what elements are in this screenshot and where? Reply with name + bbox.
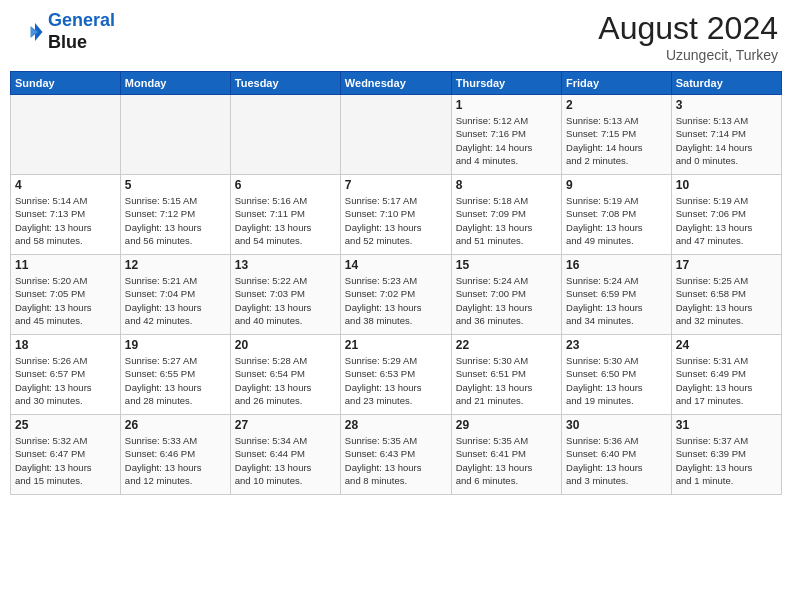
day-info: Sunrise: 5:36 AMSunset: 6:40 PMDaylight:… <box>566 434 667 487</box>
calendar-cell: 8Sunrise: 5:18 AMSunset: 7:09 PMDaylight… <box>451 175 561 255</box>
calendar-header-row: SundayMondayTuesdayWednesdayThursdayFrid… <box>11 72 782 95</box>
calendar-cell: 20Sunrise: 5:28 AMSunset: 6:54 PMDayligh… <box>230 335 340 415</box>
calendar-cell: 23Sunrise: 5:30 AMSunset: 6:50 PMDayligh… <box>562 335 672 415</box>
day-info: Sunrise: 5:25 AMSunset: 6:58 PMDaylight:… <box>676 274 777 327</box>
calendar-cell: 6Sunrise: 5:16 AMSunset: 7:11 PMDaylight… <box>230 175 340 255</box>
calendar-day-header: Thursday <box>451 72 561 95</box>
calendar-cell: 28Sunrise: 5:35 AMSunset: 6:43 PMDayligh… <box>340 415 451 495</box>
calendar-cell: 16Sunrise: 5:24 AMSunset: 6:59 PMDayligh… <box>562 255 672 335</box>
calendar-cell: 26Sunrise: 5:33 AMSunset: 6:46 PMDayligh… <box>120 415 230 495</box>
day-info: Sunrise: 5:24 AMSunset: 6:59 PMDaylight:… <box>566 274 667 327</box>
day-number: 16 <box>566 258 667 272</box>
calendar-cell: 5Sunrise: 5:15 AMSunset: 7:12 PMDaylight… <box>120 175 230 255</box>
calendar-cell <box>230 95 340 175</box>
calendar-cell: 21Sunrise: 5:29 AMSunset: 6:53 PMDayligh… <box>340 335 451 415</box>
day-number: 1 <box>456 98 557 112</box>
day-number: 13 <box>235 258 336 272</box>
calendar-week-row: 11Sunrise: 5:20 AMSunset: 7:05 PMDayligh… <box>11 255 782 335</box>
day-info: Sunrise: 5:28 AMSunset: 6:54 PMDaylight:… <box>235 354 336 407</box>
calendar-cell: 9Sunrise: 5:19 AMSunset: 7:08 PMDaylight… <box>562 175 672 255</box>
day-info: Sunrise: 5:12 AMSunset: 7:16 PMDaylight:… <box>456 114 557 167</box>
day-info: Sunrise: 5:19 AMSunset: 7:08 PMDaylight:… <box>566 194 667 247</box>
day-number: 14 <box>345 258 447 272</box>
logo-icon <box>14 17 44 47</box>
day-info: Sunrise: 5:15 AMSunset: 7:12 PMDaylight:… <box>125 194 226 247</box>
day-number: 15 <box>456 258 557 272</box>
day-number: 11 <box>15 258 116 272</box>
calendar-cell: 14Sunrise: 5:23 AMSunset: 7:02 PMDayligh… <box>340 255 451 335</box>
calendar-cell: 7Sunrise: 5:17 AMSunset: 7:10 PMDaylight… <box>340 175 451 255</box>
day-number: 19 <box>125 338 226 352</box>
calendar-cell: 27Sunrise: 5:34 AMSunset: 6:44 PMDayligh… <box>230 415 340 495</box>
calendar-day-header: Friday <box>562 72 672 95</box>
day-number: 27 <box>235 418 336 432</box>
location: Uzungecit, Turkey <box>598 47 778 63</box>
day-number: 24 <box>676 338 777 352</box>
day-info: Sunrise: 5:32 AMSunset: 6:47 PMDaylight:… <box>15 434 116 487</box>
calendar-cell: 24Sunrise: 5:31 AMSunset: 6:49 PMDayligh… <box>671 335 781 415</box>
day-number: 26 <box>125 418 226 432</box>
calendar-day-header: Monday <box>120 72 230 95</box>
day-number: 7 <box>345 178 447 192</box>
day-number: 9 <box>566 178 667 192</box>
calendar-day-header: Wednesday <box>340 72 451 95</box>
calendar-cell: 12Sunrise: 5:21 AMSunset: 7:04 PMDayligh… <box>120 255 230 335</box>
day-number: 23 <box>566 338 667 352</box>
day-info: Sunrise: 5:18 AMSunset: 7:09 PMDaylight:… <box>456 194 557 247</box>
day-number: 20 <box>235 338 336 352</box>
calendar-week-row: 1Sunrise: 5:12 AMSunset: 7:16 PMDaylight… <box>11 95 782 175</box>
day-number: 25 <box>15 418 116 432</box>
page-header: General Blue August 2024 Uzungecit, Turk… <box>10 10 782 63</box>
calendar-cell: 25Sunrise: 5:32 AMSunset: 6:47 PMDayligh… <box>11 415 121 495</box>
calendar-cell: 19Sunrise: 5:27 AMSunset: 6:55 PMDayligh… <box>120 335 230 415</box>
day-number: 22 <box>456 338 557 352</box>
day-number: 12 <box>125 258 226 272</box>
calendar-cell: 18Sunrise: 5:26 AMSunset: 6:57 PMDayligh… <box>11 335 121 415</box>
day-info: Sunrise: 5:31 AMSunset: 6:49 PMDaylight:… <box>676 354 777 407</box>
calendar-cell: 10Sunrise: 5:19 AMSunset: 7:06 PMDayligh… <box>671 175 781 255</box>
day-info: Sunrise: 5:14 AMSunset: 7:13 PMDaylight:… <box>15 194 116 247</box>
day-number: 8 <box>456 178 557 192</box>
calendar-cell: 1Sunrise: 5:12 AMSunset: 7:16 PMDaylight… <box>451 95 561 175</box>
calendar-cell <box>340 95 451 175</box>
calendar-week-row: 25Sunrise: 5:32 AMSunset: 6:47 PMDayligh… <box>11 415 782 495</box>
day-info: Sunrise: 5:20 AMSunset: 7:05 PMDaylight:… <box>15 274 116 327</box>
day-number: 21 <box>345 338 447 352</box>
calendar-cell: 4Sunrise: 5:14 AMSunset: 7:13 PMDaylight… <box>11 175 121 255</box>
calendar-cell: 11Sunrise: 5:20 AMSunset: 7:05 PMDayligh… <box>11 255 121 335</box>
calendar-cell: 29Sunrise: 5:35 AMSunset: 6:41 PMDayligh… <box>451 415 561 495</box>
calendar-day-header: Sunday <box>11 72 121 95</box>
day-info: Sunrise: 5:29 AMSunset: 6:53 PMDaylight:… <box>345 354 447 407</box>
calendar-week-row: 4Sunrise: 5:14 AMSunset: 7:13 PMDaylight… <box>11 175 782 255</box>
day-number: 29 <box>456 418 557 432</box>
day-info: Sunrise: 5:27 AMSunset: 6:55 PMDaylight:… <box>125 354 226 407</box>
calendar-cell <box>120 95 230 175</box>
day-number: 10 <box>676 178 777 192</box>
month-year: August 2024 <box>598 10 778 47</box>
day-info: Sunrise: 5:30 AMSunset: 6:50 PMDaylight:… <box>566 354 667 407</box>
calendar-table: SundayMondayTuesdayWednesdayThursdayFrid… <box>10 71 782 495</box>
calendar-cell: 15Sunrise: 5:24 AMSunset: 7:00 PMDayligh… <box>451 255 561 335</box>
day-info: Sunrise: 5:34 AMSunset: 6:44 PMDaylight:… <box>235 434 336 487</box>
day-number: 6 <box>235 178 336 192</box>
day-number: 31 <box>676 418 777 432</box>
title-block: August 2024 Uzungecit, Turkey <box>598 10 778 63</box>
calendar-cell: 3Sunrise: 5:13 AMSunset: 7:14 PMDaylight… <box>671 95 781 175</box>
calendar-cell: 31Sunrise: 5:37 AMSunset: 6:39 PMDayligh… <box>671 415 781 495</box>
day-info: Sunrise: 5:37 AMSunset: 6:39 PMDaylight:… <box>676 434 777 487</box>
calendar-cell: 13Sunrise: 5:22 AMSunset: 7:03 PMDayligh… <box>230 255 340 335</box>
day-info: Sunrise: 5:23 AMSunset: 7:02 PMDaylight:… <box>345 274 447 327</box>
day-info: Sunrise: 5:13 AMSunset: 7:14 PMDaylight:… <box>676 114 777 167</box>
day-number: 4 <box>15 178 116 192</box>
day-info: Sunrise: 5:21 AMSunset: 7:04 PMDaylight:… <box>125 274 226 327</box>
calendar-cell <box>11 95 121 175</box>
day-info: Sunrise: 5:30 AMSunset: 6:51 PMDaylight:… <box>456 354 557 407</box>
day-number: 30 <box>566 418 667 432</box>
day-number: 18 <box>15 338 116 352</box>
logo: General Blue <box>14 10 115 53</box>
day-info: Sunrise: 5:35 AMSunset: 6:43 PMDaylight:… <box>345 434 447 487</box>
day-number: 2 <box>566 98 667 112</box>
calendar-cell: 22Sunrise: 5:30 AMSunset: 6:51 PMDayligh… <box>451 335 561 415</box>
calendar-cell: 30Sunrise: 5:36 AMSunset: 6:40 PMDayligh… <box>562 415 672 495</box>
day-info: Sunrise: 5:19 AMSunset: 7:06 PMDaylight:… <box>676 194 777 247</box>
